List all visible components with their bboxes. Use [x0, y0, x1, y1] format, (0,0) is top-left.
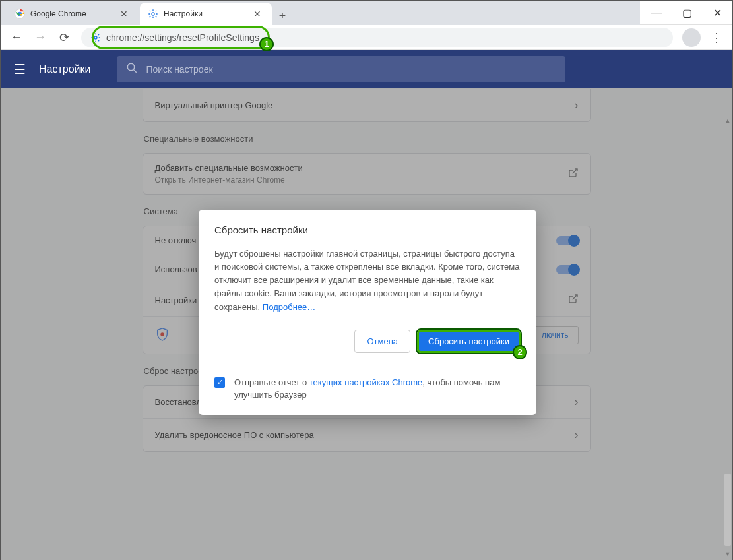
new-tab-button[interactable]: + — [273, 7, 292, 25]
url-text: chrome://settings/resetProfileSettings — [106, 32, 259, 43]
settings-search-input[interactable] — [146, 64, 556, 75]
address-bar[interactable]: chrome://settings/resetProfileSettings — [81, 28, 673, 47]
tab-title: Настройки — [164, 9, 203, 18]
dialog-title: Сбросить настройки — [214, 224, 521, 235]
settings-header: ☰ Настройки — [1, 50, 732, 88]
tab-strip: Google Chrome ✕ Настройки ✕ + — [1, 1, 640, 25]
chrome-icon — [15, 9, 25, 19]
tab-settings[interactable]: Настройки ✕ — [140, 3, 272, 25]
settings-title: Настройки — [39, 63, 90, 75]
annotation-badge-1: 1 — [259, 37, 274, 51]
minimize-button[interactable]: — — [641, 1, 672, 24]
close-icon[interactable]: ✕ — [251, 7, 264, 20]
dialog-body: Будут сброшены настройки главной страниц… — [214, 247, 521, 314]
divider — [199, 365, 536, 365]
reload-button[interactable]: ⟳ — [53, 27, 75, 48]
address-bar-wrap: chrome://settings/resetProfileSettings 1 — [81, 28, 673, 47]
hamburger-icon[interactable]: ☰ — [14, 61, 26, 77]
vertical-scrollbar[interactable]: ▲ ▼ — [724, 124, 731, 552]
tab-google-chrome[interactable]: Google Chrome ✕ — [7, 3, 139, 25]
search-icon — [126, 62, 138, 77]
reset-settings-dialog: Сбросить настройки Будут сброшены настро… — [199, 210, 536, 415]
close-icon[interactable]: ✕ — [117, 7, 131, 20]
tab-title: Google Chrome — [30, 9, 86, 18]
footer-text-pre: Отправьте отчет о — [234, 377, 309, 387]
dialog-footer: ✓ Отправьте отчет о текущих настройках C… — [214, 376, 521, 402]
report-checkbox[interactable]: ✓ — [214, 377, 225, 388]
kebab-menu-icon[interactable]: ⋮ — [706, 27, 727, 48]
svg-point-4 — [128, 63, 135, 71]
gear-icon — [90, 32, 101, 43]
gear-icon — [148, 9, 158, 19]
svg-line-5 — [134, 69, 137, 73]
dialog-actions: Отмена Сбросить настройки 2 — [214, 330, 521, 353]
cancel-button[interactable]: Отмена — [354, 330, 410, 353]
profile-avatar[interactable] — [682, 28, 701, 47]
current-settings-link[interactable]: текущих настройках Chrome — [309, 377, 423, 387]
close-window-button[interactable]: ✕ — [702, 1, 732, 24]
window-controls: — ▢ ✕ — [641, 1, 732, 24]
scrollbar-thumb[interactable] — [724, 474, 731, 546]
annotation-badge-2: 2 — [513, 345, 527, 359]
svg-point-3 — [94, 36, 97, 39]
scroll-up-arrow[interactable]: ▲ — [724, 117, 731, 125]
browser-window: Google Chrome ✕ Настройки ✕ + — ▢ ✕ ← → … — [0, 0, 733, 560]
dialog-body-text: Будут сброшены настройки главной страниц… — [214, 249, 519, 312]
back-button[interactable]: ← — [6, 27, 27, 48]
svg-point-2 — [152, 13, 154, 15]
maximize-button[interactable]: ▢ — [672, 1, 702, 24]
reset-settings-button[interactable]: Сбросить настройки — [417, 330, 521, 353]
forward-button[interactable]: → — [30, 27, 51, 48]
learn-more-link[interactable]: Подробнее… — [263, 302, 315, 312]
scroll-down-arrow[interactable]: ▼ — [724, 551, 731, 559]
settings-search[interactable] — [117, 56, 565, 82]
browser-toolbar: ← → ⟳ chrome://settings/resetProfileSett… — [1, 25, 732, 50]
